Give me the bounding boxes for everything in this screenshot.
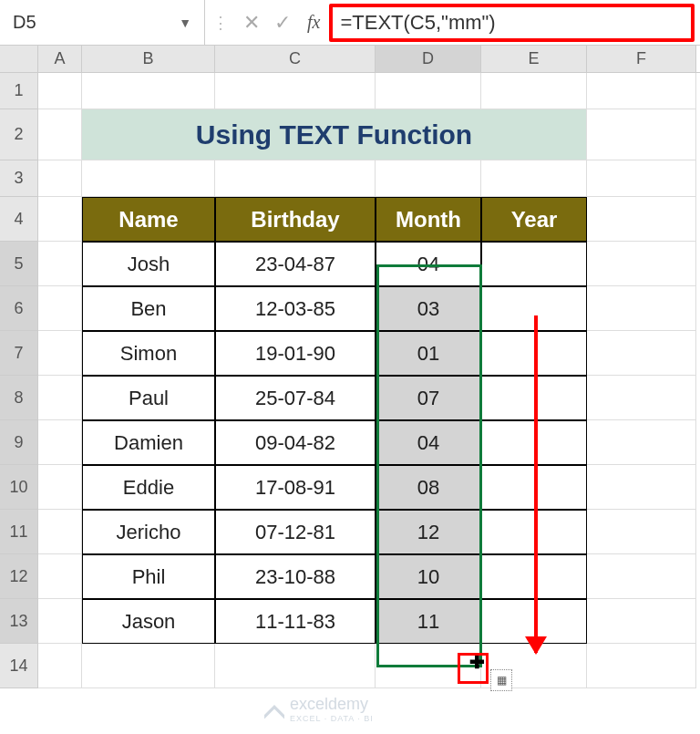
cell-month[interactable]: 04 — [376, 420, 481, 465]
header-month[interactable]: Month — [376, 197, 481, 242]
header-birthday[interactable]: Birthday — [215, 197, 376, 242]
cell-name[interactable]: Simon — [82, 331, 215, 376]
cell[interactable] — [587, 109, 696, 160]
cell[interactable] — [38, 109, 82, 160]
cell[interactable] — [376, 73, 481, 109]
col-header-b[interactable]: B — [82, 46, 215, 72]
row-header[interactable]: 12 — [0, 554, 38, 599]
cell[interactable] — [587, 160, 696, 197]
row-header[interactable]: 11 — [0, 510, 38, 554]
title-cell[interactable]: Using TEXT Function — [82, 109, 587, 160]
cell-birthday[interactable]: 07-12-81 — [215, 510, 376, 554]
name-box[interactable]: D5 ▼ — [0, 0, 205, 45]
cell-month[interactable]: 07 — [376, 376, 481, 420]
row-header[interactable]: 2 — [0, 109, 38, 160]
cell-birthday[interactable]: 23-04-87 — [215, 242, 376, 286]
cell-birthday[interactable]: 09-04-82 — [215, 420, 376, 465]
cell[interactable] — [587, 197, 696, 242]
row-header[interactable]: 1 — [0, 73, 38, 109]
cell[interactable] — [38, 331, 82, 376]
cell[interactable] — [38, 73, 82, 109]
cell[interactable] — [587, 242, 696, 286]
select-all-corner[interactable] — [0, 46, 38, 72]
cell[interactable] — [376, 160, 481, 197]
cell[interactable] — [587, 465, 696, 510]
col-header-d[interactable]: D — [376, 46, 481, 72]
cell[interactable] — [38, 242, 82, 286]
cell[interactable] — [82, 73, 215, 109]
cell-month[interactable]: 10 — [376, 554, 481, 599]
cell[interactable] — [38, 599, 82, 644]
header-year[interactable]: Year — [481, 197, 587, 242]
cell-name[interactable]: Eddie — [82, 465, 215, 510]
cell[interactable] — [587, 376, 696, 420]
cell[interactable] — [587, 510, 696, 554]
cell[interactable] — [215, 160, 376, 197]
cell-birthday[interactable]: 23-10-88 — [215, 554, 376, 599]
cell[interactable] — [82, 644, 215, 688]
cell-month[interactable]: 04 — [376, 242, 481, 286]
col-header-e[interactable]: E — [481, 46, 587, 72]
cell[interactable] — [38, 420, 82, 465]
cell-name[interactable]: Ben — [82, 286, 215, 331]
enter-icon[interactable]: ✓ — [267, 11, 298, 35]
cell-name[interactable]: Phil — [82, 554, 215, 599]
cell[interactable] — [38, 197, 82, 242]
cell[interactable] — [215, 644, 376, 688]
row-header[interactable]: 9 — [0, 420, 38, 465]
cell-birthday[interactable]: 17-08-91 — [215, 465, 376, 510]
cell-year[interactable] — [481, 242, 587, 286]
cell[interactable] — [38, 160, 82, 197]
cell[interactable] — [376, 644, 481, 688]
cell-month[interactable]: 08 — [376, 465, 481, 510]
cell-month[interactable]: 11 — [376, 599, 481, 644]
col-header-a[interactable]: A — [38, 46, 82, 72]
cell[interactable] — [481, 160, 587, 197]
fx-icon[interactable]: fx — [298, 12, 329, 33]
row-header[interactable]: 13 — [0, 599, 38, 644]
cell[interactable] — [38, 510, 82, 554]
row-header[interactable]: 7 — [0, 331, 38, 376]
cell[interactable] — [587, 420, 696, 465]
cell-month[interactable]: 03 — [376, 286, 481, 331]
cell-birthday[interactable]: 19-01-90 — [215, 331, 376, 376]
cell[interactable] — [38, 286, 82, 331]
row-header[interactable]: 14 — [0, 644, 38, 688]
cell-name[interactable]: Jason — [82, 599, 215, 644]
cell-birthday[interactable]: 12-03-85 — [215, 286, 376, 331]
cell[interactable] — [215, 73, 376, 109]
cell[interactable] — [587, 331, 696, 376]
row-header[interactable]: 8 — [0, 376, 38, 420]
row-header[interactable]: 4 — [0, 197, 38, 242]
cell[interactable] — [38, 376, 82, 420]
cell[interactable] — [587, 599, 696, 644]
cell-name[interactable]: Josh — [82, 242, 215, 286]
cell[interactable] — [587, 73, 696, 109]
col-header-f[interactable]: F — [587, 46, 696, 72]
chevron-down-icon[interactable]: ▼ — [179, 16, 191, 30]
row-header[interactable]: 6 — [0, 286, 38, 331]
cell-month[interactable]: 12 — [376, 510, 481, 554]
cell[interactable] — [38, 644, 82, 688]
cancel-icon[interactable]: ✕ — [236, 11, 267, 35]
cell[interactable] — [587, 554, 696, 599]
cell[interactable] — [587, 286, 696, 331]
header-name[interactable]: Name — [82, 197, 215, 242]
row-header[interactable]: 3 — [0, 160, 38, 197]
row-header[interactable]: 10 — [0, 465, 38, 510]
cell[interactable] — [38, 465, 82, 510]
row-header[interactable]: 5 — [0, 242, 38, 286]
cell-name[interactable]: Paul — [82, 376, 215, 420]
cell[interactable] — [82, 160, 215, 197]
cell-name[interactable]: Damien — [82, 420, 215, 465]
col-header-c[interactable]: C — [215, 46, 376, 72]
cell[interactable] — [481, 73, 587, 109]
formula-input[interactable]: =TEXT(C5,"mm") — [329, 4, 695, 42]
cell-name[interactable]: Jericho — [82, 510, 215, 554]
cell-month[interactable]: 01 — [376, 331, 481, 376]
cell[interactable] — [587, 644, 696, 688]
cell[interactable] — [38, 554, 82, 599]
cell-birthday[interactable]: 25-07-84 — [215, 376, 376, 420]
cell-birthday[interactable]: 11-11-83 — [215, 599, 376, 644]
autofill-options-icon[interactable]: ▦ — [490, 669, 512, 691]
